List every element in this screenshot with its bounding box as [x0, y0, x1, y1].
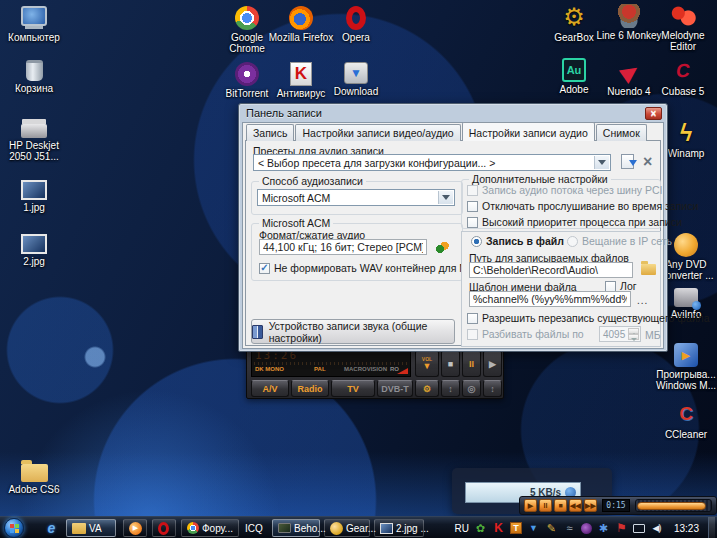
bittorrent-tray-icon[interactable]	[581, 523, 592, 534]
play-button[interactable]: ▶	[483, 350, 502, 377]
format-input[interactable]	[259, 239, 427, 255]
chrome-icon	[235, 6, 259, 30]
tab-record[interactable]: Запись	[246, 124, 294, 141]
overwrite-checkbox[interactable]: Разрешить перезапись существующего файла	[467, 312, 710, 324]
audio-method-combobox[interactable]: Microsoft ACM	[257, 189, 455, 206]
player-stop-button[interactable]: ■	[554, 499, 567, 512]
taskbar-behold-button[interactable]: Beho...	[272, 519, 320, 537]
desktop-icon-cubase[interactable]: C Cubase 5	[649, 58, 717, 97]
signal-wedge-icon	[397, 368, 408, 374]
taskbar-wmp-button[interactable]: ▶	[123, 519, 147, 537]
kaspersky-tray-icon[interactable]: K	[492, 521, 505, 535]
desktop-icon-label: Download	[334, 86, 378, 97]
taskbar-gearbox-button[interactable]: Gear...	[324, 519, 370, 537]
split-size-spinner[interactable]: 4095	[599, 326, 641, 342]
taskbar-ie-button[interactable]: e	[40, 519, 63, 537]
desktop-icon-1jpg[interactable]: 1.jpg	[0, 180, 68, 213]
audio-format-icon[interactable]	[435, 240, 449, 254]
player-pause-button[interactable]: II	[539, 499, 552, 512]
save-preset-icon[interactable]	[621, 154, 634, 169]
desktop-icon-recycle-bin[interactable]: Корзина	[0, 60, 68, 94]
system-tray: RU ✿ K T ▼ ✎ ≈ ✱ ⚑ ◀) 13:23	[455, 517, 717, 538]
radio-source-button[interactable]: Radio	[291, 380, 329, 397]
network-tray-icon[interactable]	[633, 524, 645, 533]
mute-while-recording-checkbox[interactable]: Отключать прослушивание во время записи	[467, 200, 698, 212]
dvbt-source-button[interactable]: DVB-T	[377, 380, 413, 397]
windows-flag-icon	[10, 524, 14, 528]
desktop-icon-hp-printer[interactable]: HP Deskjet 2050 J51...	[0, 116, 68, 162]
taskbar-opera-button[interactable]	[152, 519, 176, 537]
tab-video-audio-settings[interactable]: Настройки записи видео/аудио	[295, 124, 460, 141]
checkbox-icon	[467, 217, 478, 228]
start-button[interactable]	[4, 518, 24, 538]
desktop-icon-adobe-cs6[interactable]: Adobe CS6	[0, 458, 68, 495]
download-manager-tray-icon[interactable]: ▼	[527, 521, 540, 535]
taskbar-icq-button[interactable]: ICQ	[240, 519, 274, 537]
desktop-icon-label: CCleaner	[665, 429, 707, 440]
disc-icon	[674, 233, 698, 257]
timer-button[interactable]: ◎	[462, 380, 481, 397]
speaker-tray-icon[interactable]: ◀)	[650, 521, 663, 535]
icq-tray-icon[interactable]: ✿	[474, 521, 487, 535]
show-desktop-button[interactable]	[708, 517, 715, 538]
stop-button[interactable]: ■	[441, 350, 460, 377]
ccleaner-icon: C	[672, 401, 700, 427]
volume-button[interactable]: VOL ▼	[415, 350, 439, 377]
overwrite-label: Разрешить перезапись существующего файла	[482, 312, 710, 324]
pencil-tray-icon[interactable]: ✎	[545, 521, 558, 535]
path-input[interactable]	[469, 262, 633, 278]
volume-down-icon: ▼	[423, 362, 432, 370]
desktop-icon-2jpg[interactable]: 2.jpg	[0, 234, 68, 267]
tv-macrovision: MACROVISION	[344, 366, 387, 372]
gear-icon	[330, 522, 343, 535]
desktop-icon-download[interactable]: ▼ Download	[322, 62, 390, 97]
resize-button[interactable]: ↕	[483, 380, 502, 397]
bittorrent-icon	[235, 62, 259, 86]
player-volume-slider[interactable]	[635, 499, 712, 512]
utility-tray-icon[interactable]: ✱	[597, 521, 610, 535]
channel-updown-button[interactable]: ↕	[441, 380, 460, 397]
record-to-file-radio[interactable]: Запись в файл	[471, 235, 564, 247]
spinner-arrows-icon[interactable]	[628, 328, 639, 340]
close-button[interactable]: ×	[645, 107, 662, 120]
taskbar-2jpg-button[interactable]: 2.jpg ...	[374, 519, 424, 537]
template-input[interactable]	[469, 291, 631, 307]
desktop-icon-computer[interactable]: Компьютер	[0, 6, 68, 43]
film-info-icon	[674, 288, 698, 307]
no-wav-label: Не формировать WAV контейнер для MP3	[274, 262, 481, 274]
player-rewind-button[interactable]: ◀◀	[569, 499, 582, 512]
desktop-icon-label: Антивирус	[277, 88, 326, 99]
desktop-icon-ccleaner[interactable]: C CCleaner	[652, 401, 717, 440]
language-indicator[interactable]: RU	[455, 523, 469, 534]
taskbar-clock[interactable]: 13:23	[674, 523, 699, 534]
audio-driver-tray-icon[interactable]: ≈	[563, 521, 576, 535]
av-source-button[interactable]: A/V	[251, 380, 289, 397]
player-forward-button[interactable]: ▶▶	[584, 499, 597, 512]
no-wav-checkbox[interactable]: ✓ Не формировать WAV контейнер для MP3	[259, 262, 481, 274]
sound-device-button[interactable]: Устройство записи звука (общие настройки…	[251, 319, 455, 344]
settings-wrench-button[interactable]: ⚙	[415, 380, 439, 397]
desktop-icon-opera[interactable]: Opera	[322, 6, 390, 43]
taskbar-forum-button[interactable]: Фору...	[181, 519, 239, 537]
audio-method-value: Microsoft ACM	[262, 192, 330, 204]
clear-preset-icon[interactable]: ×	[643, 155, 652, 169]
taskbar-va-folder-button[interactable]: VA	[66, 519, 116, 537]
tv-source-button[interactable]: TV	[331, 380, 375, 397]
desktop-icon-melodyne[interactable]: Melodyne Editor	[649, 4, 717, 52]
tab-snapshot[interactable]: Снимок	[596, 124, 647, 141]
tab-audio-settings[interactable]: Настройки записи аудио	[462, 122, 595, 141]
dialog-titlebar[interactable]: Панель записи ×	[242, 104, 664, 122]
action-center-flag-icon[interactable]: ⚑	[615, 521, 628, 535]
desktop-icon-label: BitTorrent	[226, 88, 269, 99]
kaspersky-icon: K	[290, 62, 312, 86]
broadcast-ip-radio: Вещание в IP сеть	[567, 235, 672, 247]
checkbox-icon	[467, 313, 478, 324]
template-more-button[interactable]: ...	[637, 295, 648, 306]
high-priority-checkbox[interactable]: Высокий приоритет процесса при записи	[467, 216, 682, 228]
total-commander-tray-icon[interactable]: T	[510, 522, 522, 534]
broadcast-ip-label: Вещание в IP сеть	[582, 235, 672, 247]
player-play-button[interactable]: ▶	[524, 499, 537, 512]
pause-button[interactable]: II	[462, 350, 481, 377]
preset-combobox[interactable]: < Выбор пресета для загрузки конфигураци…	[253, 154, 611, 171]
browse-folder-icon[interactable]	[641, 264, 656, 275]
